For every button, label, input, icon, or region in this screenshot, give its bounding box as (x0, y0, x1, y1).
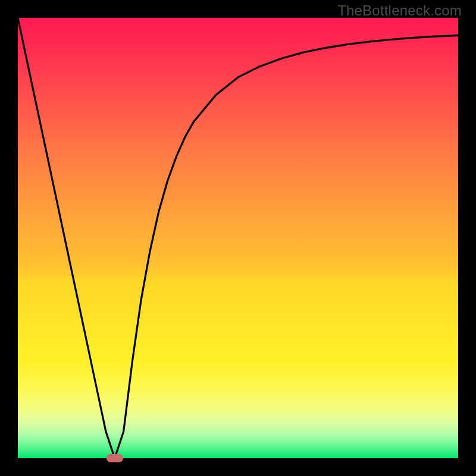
chart-frame: TheBottleneck.com (0, 0, 476, 476)
watermark-text: TheBottleneck.com (337, 2, 462, 19)
plot-area (18, 18, 458, 458)
bottleneck-curve (18, 18, 458, 458)
curve-svg (18, 18, 458, 458)
minimum-marker (107, 454, 123, 462)
